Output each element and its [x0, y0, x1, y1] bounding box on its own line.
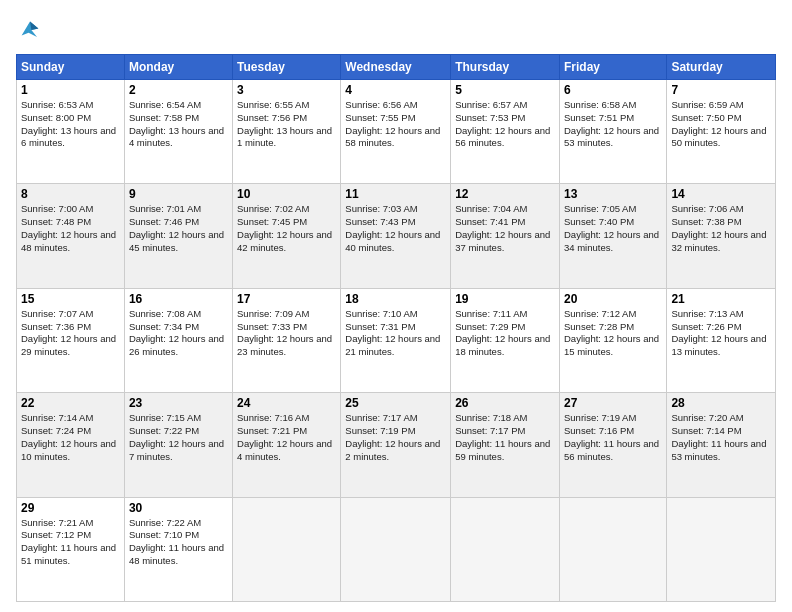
table-row: 17 Sunrise: 7:09 AM Sunset: 7:33 PM Dayl… [233, 288, 341, 392]
daylight-label: Daylight: 12 hours and 40 minutes. [345, 229, 440, 253]
day-info: Sunrise: 7:21 AM Sunset: 7:12 PM Dayligh… [21, 517, 120, 568]
sunrise-label: Sunrise: 7:07 AM [21, 308, 93, 319]
table-row: 2 Sunrise: 6:54 AM Sunset: 7:58 PM Dayli… [124, 80, 232, 184]
daylight-label: Daylight: 12 hours and 45 minutes. [129, 229, 224, 253]
table-row: 27 Sunrise: 7:19 AM Sunset: 7:16 PM Dayl… [559, 393, 666, 497]
daylight-label: Daylight: 12 hours and 2 minutes. [345, 438, 440, 462]
col-wednesday: Wednesday [341, 55, 451, 80]
daylight-label: Daylight: 12 hours and 29 minutes. [21, 333, 116, 357]
day-number: 26 [455, 396, 555, 410]
table-row: 12 Sunrise: 7:04 AM Sunset: 7:41 PM Dayl… [451, 184, 560, 288]
table-row: 11 Sunrise: 7:03 AM Sunset: 7:43 PM Dayl… [341, 184, 451, 288]
day-number: 11 [345, 187, 446, 201]
day-number: 1 [21, 83, 120, 97]
table-row: 18 Sunrise: 7:10 AM Sunset: 7:31 PM Dayl… [341, 288, 451, 392]
table-row: 20 Sunrise: 7:12 AM Sunset: 7:28 PM Dayl… [559, 288, 666, 392]
day-number: 25 [345, 396, 446, 410]
day-info: Sunrise: 7:16 AM Sunset: 7:21 PM Dayligh… [237, 412, 336, 463]
col-sunday: Sunday [17, 55, 125, 80]
day-info: Sunrise: 6:54 AM Sunset: 7:58 PM Dayligh… [129, 99, 228, 150]
table-row: 14 Sunrise: 7:06 AM Sunset: 7:38 PM Dayl… [667, 184, 776, 288]
sunset-label: Sunset: 7:14 PM [671, 425, 741, 436]
sunrise-label: Sunrise: 6:55 AM [237, 99, 309, 110]
sunrise-label: Sunrise: 7:17 AM [345, 412, 417, 423]
sunrise-label: Sunrise: 7:08 AM [129, 308, 201, 319]
day-number: 18 [345, 292, 446, 306]
sunset-label: Sunset: 7:29 PM [455, 321, 525, 332]
sunset-label: Sunset: 7:17 PM [455, 425, 525, 436]
day-info: Sunrise: 7:19 AM Sunset: 7:16 PM Dayligh… [564, 412, 662, 463]
sunrise-label: Sunrise: 6:58 AM [564, 99, 636, 110]
day-info: Sunrise: 7:17 AM Sunset: 7:19 PM Dayligh… [345, 412, 446, 463]
sunrise-label: Sunrise: 7:00 AM [21, 203, 93, 214]
sunset-label: Sunset: 7:36 PM [21, 321, 91, 332]
table-row [233, 497, 341, 601]
day-info: Sunrise: 7:03 AM Sunset: 7:43 PM Dayligh… [345, 203, 446, 254]
day-number: 4 [345, 83, 446, 97]
sunset-label: Sunset: 7:22 PM [129, 425, 199, 436]
day-info: Sunrise: 7:04 AM Sunset: 7:41 PM Dayligh… [455, 203, 555, 254]
sunset-label: Sunset: 7:26 PM [671, 321, 741, 332]
table-row: 8 Sunrise: 7:00 AM Sunset: 7:48 PM Dayli… [17, 184, 125, 288]
day-info: Sunrise: 7:09 AM Sunset: 7:33 PM Dayligh… [237, 308, 336, 359]
sunset-label: Sunset: 7:43 PM [345, 216, 415, 227]
daylight-label: Daylight: 12 hours and 42 minutes. [237, 229, 332, 253]
daylight-label: Daylight: 12 hours and 26 minutes. [129, 333, 224, 357]
daylight-label: Daylight: 12 hours and 4 minutes. [237, 438, 332, 462]
daylight-label: Daylight: 13 hours and 4 minutes. [129, 125, 224, 149]
sunrise-label: Sunrise: 7:13 AM [671, 308, 743, 319]
table-row [559, 497, 666, 601]
table-row: 21 Sunrise: 7:13 AM Sunset: 7:26 PM Dayl… [667, 288, 776, 392]
sunrise-label: Sunrise: 7:02 AM [237, 203, 309, 214]
sunset-label: Sunset: 7:19 PM [345, 425, 415, 436]
logo [16, 16, 46, 44]
day-info: Sunrise: 7:12 AM Sunset: 7:28 PM Dayligh… [564, 308, 662, 359]
sunset-label: Sunset: 7:33 PM [237, 321, 307, 332]
daylight-label: Daylight: 12 hours and 21 minutes. [345, 333, 440, 357]
sunset-label: Sunset: 7:48 PM [21, 216, 91, 227]
col-saturday: Saturday [667, 55, 776, 80]
day-info: Sunrise: 6:58 AM Sunset: 7:51 PM Dayligh… [564, 99, 662, 150]
day-info: Sunrise: 7:18 AM Sunset: 7:17 PM Dayligh… [455, 412, 555, 463]
sunrise-label: Sunrise: 7:16 AM [237, 412, 309, 423]
table-row: 19 Sunrise: 7:11 AM Sunset: 7:29 PM Dayl… [451, 288, 560, 392]
sunrise-label: Sunrise: 7:19 AM [564, 412, 636, 423]
page: Sunday Monday Tuesday Wednesday Thursday… [0, 0, 792, 612]
sunset-label: Sunset: 7:28 PM [564, 321, 634, 332]
day-info: Sunrise: 7:06 AM Sunset: 7:38 PM Dayligh… [671, 203, 771, 254]
table-row: 23 Sunrise: 7:15 AM Sunset: 7:22 PM Dayl… [124, 393, 232, 497]
table-row: 9 Sunrise: 7:01 AM Sunset: 7:46 PM Dayli… [124, 184, 232, 288]
daylight-label: Daylight: 12 hours and 32 minutes. [671, 229, 766, 253]
sunrise-label: Sunrise: 7:18 AM [455, 412, 527, 423]
day-info: Sunrise: 7:15 AM Sunset: 7:22 PM Dayligh… [129, 412, 228, 463]
daylight-label: Daylight: 12 hours and 34 minutes. [564, 229, 659, 253]
sunset-label: Sunset: 7:40 PM [564, 216, 634, 227]
day-number: 3 [237, 83, 336, 97]
day-info: Sunrise: 6:55 AM Sunset: 7:56 PM Dayligh… [237, 99, 336, 150]
daylight-label: Daylight: 11 hours and 56 minutes. [564, 438, 659, 462]
sunset-label: Sunset: 7:50 PM [671, 112, 741, 123]
sunrise-label: Sunrise: 7:12 AM [564, 308, 636, 319]
sunrise-label: Sunrise: 7:11 AM [455, 308, 527, 319]
col-tuesday: Tuesday [233, 55, 341, 80]
daylight-label: Daylight: 11 hours and 48 minutes. [129, 542, 224, 566]
day-number: 5 [455, 83, 555, 97]
sunrise-label: Sunrise: 6:54 AM [129, 99, 201, 110]
day-number: 19 [455, 292, 555, 306]
sunset-label: Sunset: 7:53 PM [455, 112, 525, 123]
sunrise-label: Sunrise: 7:09 AM [237, 308, 309, 319]
day-info: Sunrise: 6:56 AM Sunset: 7:55 PM Dayligh… [345, 99, 446, 150]
sunset-label: Sunset: 7:16 PM [564, 425, 634, 436]
daylight-label: Daylight: 12 hours and 58 minutes. [345, 125, 440, 149]
day-info: Sunrise: 7:07 AM Sunset: 7:36 PM Dayligh… [21, 308, 120, 359]
table-row: 3 Sunrise: 6:55 AM Sunset: 7:56 PM Dayli… [233, 80, 341, 184]
daylight-label: Daylight: 12 hours and 7 minutes. [129, 438, 224, 462]
table-row: 13 Sunrise: 7:05 AM Sunset: 7:40 PM Dayl… [559, 184, 666, 288]
sunrise-label: Sunrise: 7:06 AM [671, 203, 743, 214]
logo-icon [16, 16, 44, 44]
day-number: 20 [564, 292, 662, 306]
sunrise-label: Sunrise: 7:22 AM [129, 517, 201, 528]
day-info: Sunrise: 6:59 AM Sunset: 7:50 PM Dayligh… [671, 99, 771, 150]
table-row: 30 Sunrise: 7:22 AM Sunset: 7:10 PM Dayl… [124, 497, 232, 601]
sunrise-label: Sunrise: 6:53 AM [21, 99, 93, 110]
